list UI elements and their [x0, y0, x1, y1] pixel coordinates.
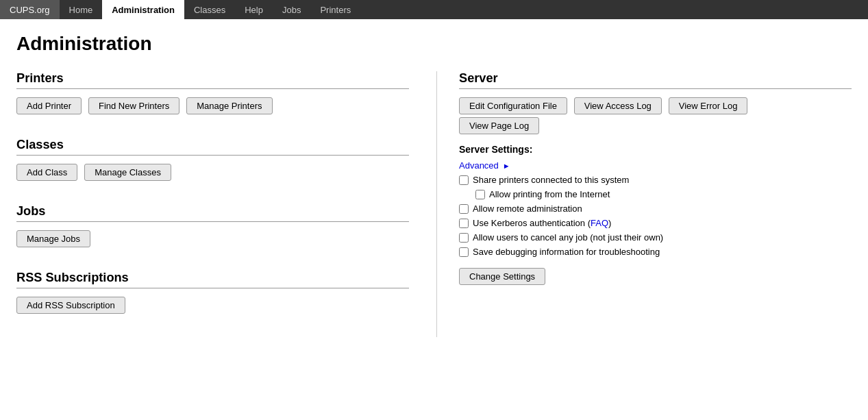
share-printers-row: Share printers connected to this system: [459, 175, 852, 185]
allow-remote-admin-row: Allow remote administration: [459, 203, 852, 214]
advanced-triangle-icon: ►: [503, 162, 510, 170]
add-class-button[interactable]: Add Class: [16, 164, 77, 181]
top-navigation: CUPS.orgHomeAdministrationClassesHelpJob…: [0, 0, 868, 19]
nav-item-classes[interactable]: Classes: [184, 0, 235, 19]
classes-section: Classes Add Class Manage Classes: [16, 138, 409, 185]
page-title: Administration: [16, 33, 852, 55]
add-rss-subscription-button[interactable]: Add RSS Subscription: [16, 297, 125, 314]
jobs-section-title: Jobs: [16, 204, 409, 222]
view-page-log-button[interactable]: View Page Log: [459, 117, 539, 134]
share-printers-checkbox[interactable]: [459, 175, 469, 185]
use-kerberos-label: Use Kerberos authentication (FAQ): [473, 218, 611, 228]
use-kerberos-checkbox[interactable]: [459, 219, 469, 228]
add-printer-button[interactable]: Add Printer: [16, 97, 82, 114]
manage-jobs-button[interactable]: Manage Jobs: [16, 230, 90, 247]
rss-section-title: RSS Subscriptions: [16, 271, 409, 288]
allow-cancel-label: Allow users to cancel any job (not just …: [473, 232, 663, 243]
nav-item-cupsorg[interactable]: CUPS.org: [0, 0, 60, 19]
find-new-printers-button[interactable]: Find New Printers: [88, 97, 179, 114]
save-debug-row: Save debugging information for troublesh…: [459, 247, 852, 257]
advanced-row: Advanced ►: [459, 160, 852, 171]
edit-configuration-file-button[interactable]: Edit Configuration File: [459, 97, 567, 114]
allow-internet-checkbox[interactable]: [475, 190, 485, 199]
allow-cancel-row: Allow users to cancel any job (not just …: [459, 232, 852, 243]
manage-printers-button[interactable]: Manage Printers: [186, 97, 272, 114]
use-kerberos-row: Use Kerberos authentication (FAQ): [459, 218, 852, 228]
faq-link[interactable]: FAQ: [591, 218, 608, 228]
nav-item-home[interactable]: Home: [60, 0, 103, 19]
classes-section-title: Classes: [16, 138, 409, 156]
nav-item-help[interactable]: Help: [235, 0, 273, 19]
server-settings-label: Server Settings:: [459, 144, 852, 155]
allow-internet-label: Allow printing from the Internet: [489, 189, 610, 199]
server-section: Server Edit Configuration File View Acce…: [459, 71, 852, 289]
save-debug-checkbox[interactable]: [459, 247, 469, 257]
view-error-log-button[interactable]: View Error Log: [669, 97, 748, 114]
view-access-log-button[interactable]: View Access Log: [574, 97, 662, 114]
advanced-link[interactable]: Advanced: [459, 160, 499, 171]
nav-item-printers[interactable]: Printers: [310, 0, 360, 19]
server-section-title: Server: [459, 71, 852, 89]
allow-remote-admin-label: Allow remote administration: [473, 203, 582, 214]
printers-section-title: Printers: [16, 71, 409, 89]
change-settings-button[interactable]: Change Settings: [459, 268, 545, 285]
allow-cancel-checkbox[interactable]: [459, 233, 469, 243]
nav-item-administration[interactable]: Administration: [102, 0, 184, 19]
allow-remote-admin-checkbox[interactable]: [459, 204, 469, 214]
rss-section: RSS Subscriptions Add RSS Subscription: [16, 271, 409, 318]
nav-item-jobs[interactable]: Jobs: [273, 0, 310, 19]
printers-section: Printers Add Printer Find New Printers M…: [16, 71, 409, 119]
manage-classes-button[interactable]: Manage Classes: [84, 164, 171, 181]
jobs-section: Jobs Manage Jobs: [16, 204, 409, 251]
allow-internet-row: Allow printing from the Internet: [475, 189, 852, 199]
save-debug-label: Save debugging information for troublesh…: [473, 247, 660, 257]
share-printers-label: Share printers connected to this system: [473, 175, 629, 185]
